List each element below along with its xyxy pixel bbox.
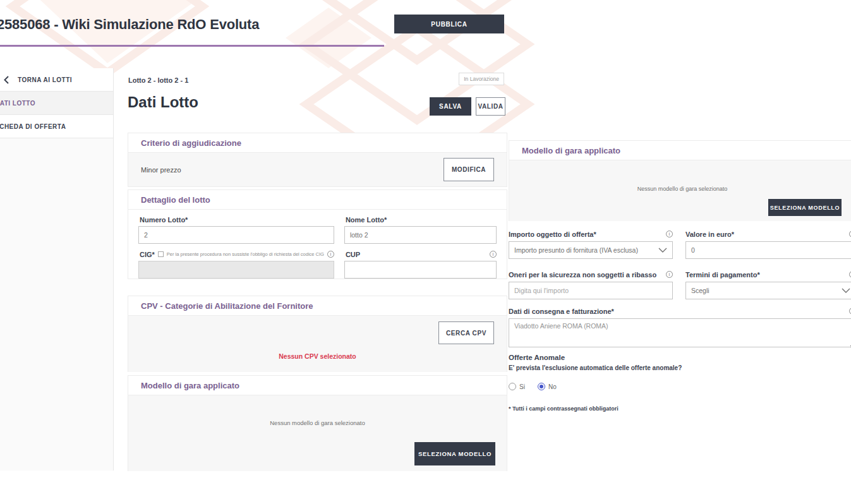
field-nome-lotto: Nome Lotto* — [344, 214, 497, 244]
radio-si[interactable]: Si — [509, 383, 525, 390]
field-cig: CIG* Per la presente procedura non sussi… — [138, 249, 334, 279]
sidebar-item-torna-ai-lotti[interactable]: TORNA AI LOTTI — [0, 68, 113, 92]
sidebar-item-scheda-di-offerta[interactable]: SCHEDA DI OFFERTA — [0, 115, 113, 138]
section-title: Modello di gara applicato — [128, 376, 507, 395]
offerte-anomale-title: Offerte Anomale — [509, 354, 682, 361]
info-icon[interactable] — [490, 251, 497, 258]
oneri-input[interactable] — [509, 282, 673, 299]
page-header-title: 2585068 - Wiki Simulazione RdO Evoluta — [0, 16, 259, 33]
section-modello-gara-left: Modello di gara applicato Nessun modello… — [128, 375, 507, 471]
chevron-down-icon — [658, 248, 667, 253]
cig-checkbox-text: Per la presente procedura non sussiste l… — [167, 251, 324, 257]
valore-input[interactable] — [685, 241, 851, 259]
offerte-anomale-radios: Si No — [509, 383, 557, 390]
termini-select-value: Scegli — [691, 287, 842, 294]
section-body: Nessun modello di gara selezionato SELEZ… — [509, 160, 851, 221]
seleziona-modello-button[interactable]: SELEZIONA MODELLO — [768, 199, 842, 216]
field-termini-pagamento: Termini di pagamento* Scegli — [685, 270, 851, 299]
validate-button[interactable]: VALIDA — [476, 97, 505, 116]
consegna-textarea[interactable]: Viadotto Aniene ROMA (ROMA) — [509, 318, 851, 347]
sidebar-item-label: DATI LOTTO — [0, 100, 35, 107]
radio-icon — [538, 383, 545, 390]
radio-no-label: No — [548, 383, 557, 390]
cig-checkbox[interactable] — [158, 251, 164, 257]
importo-select-value: Importo presunto di fornitura (IVA esclu… — [514, 246, 658, 254]
required-fields-footnote: * Tutti i campi contrassegnati obbligato… — [509, 405, 619, 412]
cig-label: CIG* — [140, 251, 155, 258]
consegna-label: Dati di consegna e fatturazione* — [509, 308, 614, 315]
cig-input[interactable] — [138, 261, 334, 279]
section-title: Modello di gara applicato — [509, 141, 851, 160]
section-title: Dettaglio del lotto — [128, 190, 507, 210]
field-dati-consegna: Dati di consegna e fatturazione* Viadott… — [509, 307, 851, 350]
section-body: CERCA CPV Nessun CPV selezionato — [128, 316, 507, 372]
sidebar-item-dati-lotto[interactable]: DATI LOTTO — [0, 92, 113, 115]
termini-select[interactable]: Scegli — [685, 282, 851, 299]
oneri-label: Oneri per la sicurezza non soggetti a ri… — [509, 271, 656, 279]
numero-lotto-input[interactable] — [138, 226, 334, 244]
chevron-left-icon — [4, 76, 9, 84]
field-importo-oggetto: Importo oggetto di offerta* Importo pres… — [509, 230, 673, 259]
modello-empty-text: Nessun modello di gara selezionato — [509, 186, 851, 192]
termini-label: Termini di pagamento* — [685, 271, 760, 279]
field-valore-euro: Valore in euro* — [685, 230, 851, 259]
cpv-empty-text: Nessun CPV selezionato — [128, 352, 507, 360]
criterio-value: Minor prezzo — [141, 166, 181, 174]
breadcrumb: Lotto 2 - lotto 2 - 1 — [128, 76, 188, 84]
field-numero-lotto: Numero Lotto* — [138, 214, 334, 244]
section-body: Nessun modello di gara selezionato SELEZ… — [128, 395, 507, 471]
section-title: Criterio di aggiudicazione — [128, 133, 507, 153]
publish-button[interactable]: PUBBLICA — [394, 15, 504, 33]
chevron-down-icon — [842, 288, 850, 293]
cup-label: CUP — [346, 251, 360, 258]
nome-lotto-input[interactable] — [344, 226, 497, 244]
info-icon[interactable] — [666, 271, 673, 278]
numero-lotto-label: Numero Lotto* — [140, 216, 188, 224]
seleziona-modello-button[interactable]: SELEZIONA MODELLO — [414, 442, 495, 465]
section-dettaglio-lotto: Dettaglio del lotto Numero Lotto* Nome L… — [128, 189, 507, 279]
valore-label: Valore in euro* — [685, 231, 734, 238]
modello-empty-text: Nessun modello di gara selezionato — [128, 419, 507, 426]
section-title: CPV - Categorie di Abilitazione del Forn… — [128, 296, 507, 316]
sidebar: TORNA AI LOTTI DATI LOTTO SCHEDA DI OFFE… — [0, 68, 114, 471]
section-body: Numero Lotto* Nome Lotto* CIG* Per la pr… — [128, 210, 507, 279]
nome-lotto-label: Nome Lotto* — [346, 216, 387, 224]
status-badge: In Lavorazione — [459, 73, 504, 85]
save-button[interactable]: SALVA — [430, 97, 471, 116]
page: 2585068 - Wiki Simulazione RdO Evoluta P… — [0, 0, 851, 504]
offerte-anomale-question: E' prevista l'esclusione automatica dell… — [509, 364, 682, 371]
info-icon[interactable] — [327, 251, 334, 258]
cerca-cpv-button[interactable]: CERCA CPV — [438, 321, 494, 344]
importo-label: Importo oggetto di offerta* — [509, 231, 596, 238]
modify-button[interactable]: MODIFICA — [444, 158, 494, 181]
field-cup: CUP — [344, 249, 497, 279]
page-title: Dati Lotto — [128, 93, 198, 111]
radio-no[interactable]: No — [538, 383, 557, 390]
importo-select[interactable]: Importo presunto di fornitura (IVA esclu… — [509, 241, 673, 259]
sidebar-item-label: TORNA AI LOTTI — [18, 76, 72, 83]
section-body: Minor prezzo MODIFICA — [128, 153, 507, 186]
radio-icon — [509, 383, 516, 390]
cup-input[interactable] — [344, 261, 497, 279]
section-modello-gara-right: Modello di gara applicato Nessun modello… — [509, 140, 851, 221]
field-oneri-sicurezza: Oneri per la sicurezza non soggetti a ri… — [509, 270, 673, 299]
sidebar-item-label: SCHEDA DI OFFERTA — [0, 123, 66, 130]
offerte-anomale-block: Offerte Anomale E' prevista l'esclusione… — [509, 354, 682, 371]
info-icon[interactable] — [666, 231, 673, 237]
title-underline — [0, 45, 384, 47]
section-cpv: CPV - Categorie di Abilitazione del Forn… — [128, 296, 507, 372]
section-criterio-aggiudicazione: Criterio di aggiudicazione Minor prezzo … — [128, 133, 507, 187]
radio-si-label: Si — [519, 383, 525, 390]
